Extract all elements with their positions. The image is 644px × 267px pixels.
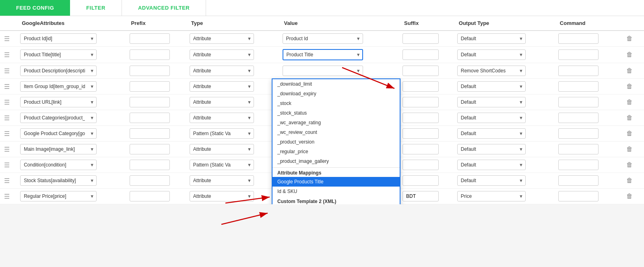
drag-handle-icon[interactable]: ☰ <box>2 193 12 200</box>
prefix-input[interactable] <box>130 175 170 186</box>
drag-handle-icon[interactable]: ☰ <box>2 68 12 74</box>
drag-handle-icon[interactable]: ☰ <box>2 162 12 168</box>
type-select[interactable]: Attribute <box>190 144 254 154</box>
output-type-select[interactable]: Default <box>457 128 526 139</box>
drag-handle-icon[interactable]: ☰ <box>2 146 12 153</box>
prefix-input[interactable] <box>130 49 170 60</box>
type-select[interactable]: Attribute <box>190 81 254 92</box>
drag-handle-icon[interactable]: ☰ <box>2 99 12 106</box>
output-type-select[interactable]: Remove ShortCodes <box>457 66 526 76</box>
delete-button[interactable]: 🗑 <box>624 192 635 201</box>
output-type-select[interactable]: Default <box>457 81 526 92</box>
prefix-input[interactable] <box>130 191 170 201</box>
value-select[interactable]: Product Id <box>283 33 363 44</box>
tab-advanced-filter[interactable]: ADVANCED FILTER <box>122 0 206 16</box>
output-type-select[interactable]: Default <box>457 49 526 60</box>
output-type-select[interactable]: Default <box>457 175 526 186</box>
command-input[interactable] <box>558 49 599 60</box>
delete-button[interactable]: 🗑 <box>624 176 635 185</box>
delete-button[interactable]: 🗑 <box>624 160 635 169</box>
google-attr-select[interactable]: Product Title[title] <box>20 49 97 60</box>
google-attr-select[interactable]: Product Id[id] <box>20 33 97 44</box>
command-input[interactable] <box>558 191 599 201</box>
suffix-input[interactable] <box>402 49 439 60</box>
drag-handle-icon[interactable]: ☰ <box>2 130 12 137</box>
dropdown-scroll-item[interactable]: _download_expiry <box>272 89 400 99</box>
type-select[interactable]: Attribute <box>190 191 254 201</box>
tab-filter[interactable]: FILTER <box>70 0 122 16</box>
prefix-input[interactable] <box>130 33 170 44</box>
dropdown-scroll-item[interactable]: _wc_review_count <box>272 127 400 137</box>
prefix-input[interactable] <box>130 144 170 154</box>
suffix-input[interactable] <box>402 33 439 44</box>
google-attr-select[interactable]: Product Description[description] <box>20 66 97 76</box>
suffix-input[interactable] <box>402 66 439 76</box>
type-select[interactable]: Attribute <box>190 97 254 107</box>
drag-handle-icon[interactable]: ☰ <box>2 51 12 58</box>
type-select[interactable]: Pattern (Static Va <box>190 128 254 139</box>
dropdown-attr-mapping-item[interactable]: Google Products Title <box>272 177 400 187</box>
type-select[interactable]: Attribute <box>190 33 254 44</box>
dropdown-scroll-item[interactable]: _regular_price <box>272 147 400 156</box>
tab-feed-config[interactable]: FEED CONFIG <box>0 0 70 16</box>
dropdown-scroll-item[interactable]: _product_image_gallery <box>272 156 400 166</box>
delete-button[interactable]: 🗑 <box>624 50 635 59</box>
prefix-input[interactable] <box>130 81 170 92</box>
output-type-select[interactable]: Default <box>457 33 526 44</box>
prefix-input[interactable] <box>130 66 170 76</box>
delete-button[interactable]: 🗑 <box>624 82 635 91</box>
google-attr-select[interactable]: Google Product Category[google <box>20 128 97 139</box>
dropdown-scroll-item[interactable]: _wc_average_rating <box>272 118 400 127</box>
suffix-input[interactable] <box>402 97 439 107</box>
command-input[interactable] <box>558 97 599 107</box>
prefix-input[interactable] <box>130 160 170 170</box>
output-type-select[interactable]: Price <box>457 191 526 201</box>
google-attr-select[interactable]: Product URL[link] <box>20 97 97 107</box>
command-input[interactable] <box>558 128 599 139</box>
command-input[interactable] <box>558 66 599 76</box>
command-input[interactable] <box>558 81 599 92</box>
drag-handle-icon[interactable]: ☰ <box>2 115 12 121</box>
output-type-select[interactable]: Default <box>457 113 526 123</box>
delete-button[interactable]: 🗑 <box>624 145 635 154</box>
google-attr-select[interactable]: Product Categories[product_type <box>20 113 97 123</box>
output-type-select[interactable]: Default <box>457 144 526 154</box>
command-input[interactable] <box>558 33 599 44</box>
type-select[interactable]: Pattern (Static Va <box>190 160 254 170</box>
prefix-input[interactable] <box>130 113 170 123</box>
google-attr-select[interactable]: Item Group Id[item_group_id] <box>20 81 97 92</box>
delete-button[interactable]: 🗑 <box>624 113 635 122</box>
dropdown-scroll-item[interactable]: _stock <box>272 99 400 108</box>
dropdown-scroll-area[interactable]: _download_limit_download_expiry_stock_st… <box>272 79 400 168</box>
google-attr-select[interactable]: Condition[condition] <box>20 160 97 170</box>
dropdown-attr-mapping-item[interactable]: Id & SKU <box>272 187 400 196</box>
google-attr-select[interactable]: Regular Price[price] <box>20 191 97 201</box>
delete-button[interactable]: 🗑 <box>624 34 635 43</box>
suffix-input[interactable] <box>402 144 439 154</box>
delete-button[interactable]: 🗑 <box>624 129 635 138</box>
dropdown-scroll-item[interactable]: _stock_status <box>272 108 400 118</box>
delete-button[interactable]: 🗑 <box>624 66 635 75</box>
type-select[interactable]: Attribute <box>190 175 254 186</box>
suffix-input[interactable] <box>402 113 439 123</box>
google-attr-select[interactable]: Main Image[image_link] <box>20 144 97 154</box>
type-select[interactable]: Attribute <box>190 113 254 123</box>
drag-handle-icon[interactable]: ☰ <box>2 83 12 90</box>
command-input[interactable] <box>558 144 599 154</box>
suffix-input[interactable] <box>402 128 439 139</box>
drag-handle-icon[interactable]: ☰ <box>2 177 12 184</box>
prefix-input[interactable] <box>130 97 170 107</box>
delete-button[interactable]: 🗑 <box>624 98 635 107</box>
value-select[interactable] <box>283 66 363 76</box>
suffix-input[interactable] <box>402 191 439 201</box>
type-select[interactable]: Attribute <box>190 49 254 60</box>
value-select[interactable]: Product Title <box>283 49 363 60</box>
command-input[interactable] <box>558 175 599 186</box>
suffix-input[interactable] <box>402 175 439 186</box>
suffix-input[interactable] <box>402 160 439 170</box>
output-type-select[interactable]: Default <box>457 160 526 170</box>
google-attr-select[interactable]: Stock Status[availability] <box>20 175 97 186</box>
suffix-input[interactable] <box>402 81 439 92</box>
drag-handle-icon[interactable]: ☰ <box>2 35 12 42</box>
command-input[interactable] <box>558 160 599 170</box>
